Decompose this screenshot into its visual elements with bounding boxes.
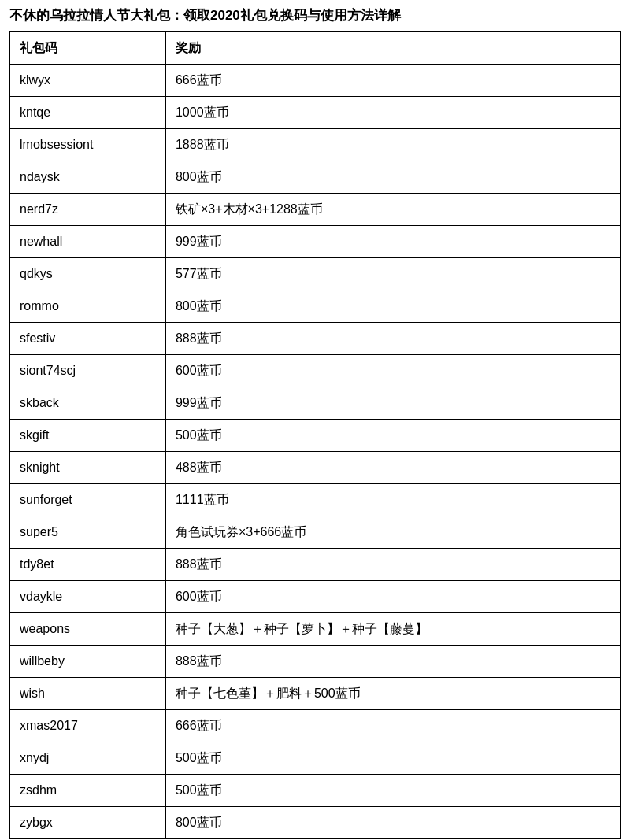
- code-cell: zsdhm: [10, 774, 166, 806]
- code-cell: qdkys: [10, 257, 166, 290]
- reward-cell: 888蓝币: [165, 322, 620, 354]
- code-cell: newhall: [10, 225, 166, 257]
- code-cell: skgift: [10, 419, 166, 451]
- table-row: qdkys577蓝币: [10, 257, 621, 290]
- table-row: lmobsessiont1888蓝币: [10, 128, 621, 161]
- table-row: weapons种子【大葱】＋种子【萝卜】＋种子【藤蔓】: [10, 612, 621, 645]
- reward-cell: 种子【七色堇】＋肥料＋500蓝币: [165, 677, 620, 709]
- table-row: wish种子【七色堇】＋肥料＋500蓝币: [10, 677, 621, 709]
- code-cell: xnydj: [10, 742, 166, 774]
- table-row: kntqe1000蓝币: [10, 96, 621, 128]
- table-row: willbeby888蓝币: [10, 645, 621, 677]
- code-cell: super5: [10, 516, 166, 548]
- table-header-row: 礼包码 奖励: [10, 31, 621, 64]
- code-cell: willbeby: [10, 645, 166, 677]
- reward-cell: 888蓝币: [165, 548, 620, 580]
- reward-cell: 1111蓝币: [165, 483, 620, 516]
- table-row: ndaysk800蓝币: [10, 161, 621, 193]
- code-cell: siont74scj: [10, 354, 166, 387]
- table-row: xnydj500蓝币: [10, 742, 621, 774]
- reward-cell: 999蓝币: [165, 225, 620, 257]
- reward-cell: 1888蓝币: [165, 128, 620, 161]
- reward-cell: 999蓝币: [165, 387, 620, 419]
- code-cell: rommo: [10, 290, 166, 322]
- code-cell: tdy8et: [10, 548, 166, 580]
- code-cell: sknight: [10, 451, 166, 483]
- reward-cell: 800蓝币: [165, 806, 620, 838]
- reward-cell: 600蓝币: [165, 354, 620, 387]
- gift-code-table: 礼包码 奖励 klwyx666蓝币kntqe1000蓝币lmobsessiont…: [9, 31, 621, 839]
- table-row: sfestiv888蓝币: [10, 322, 621, 354]
- col-header-reward: 奖励: [165, 31, 620, 64]
- page-title: 不休的乌拉拉情人节大礼包：领取2020礼包兑换码与使用方法详解: [0, 0, 630, 31]
- table-row: super5角色试玩券×3+666蓝币: [10, 516, 621, 548]
- reward-cell: 铁矿×3+木材×3+1288蓝币: [165, 193, 620, 225]
- table-row: siont74scj600蓝币: [10, 354, 621, 387]
- table-row: zsdhm500蓝币: [10, 774, 621, 806]
- gift-code-table-container: 礼包码 奖励 klwyx666蓝币kntqe1000蓝币lmobsessiont…: [0, 31, 630, 840]
- reward-cell: 577蓝币: [165, 257, 620, 290]
- table-row: vdaykle600蓝币: [10, 580, 621, 612]
- code-cell: sunforget: [10, 483, 166, 516]
- code-cell: sfestiv: [10, 322, 166, 354]
- code-cell: kntqe: [10, 96, 166, 128]
- code-cell: wish: [10, 677, 166, 709]
- reward-cell: 800蓝币: [165, 290, 620, 322]
- table-row: skback999蓝币: [10, 387, 621, 419]
- reward-cell: 600蓝币: [165, 580, 620, 612]
- reward-cell: 666蓝币: [165, 64, 620, 96]
- code-cell: vdaykle: [10, 580, 166, 612]
- table-row: tdy8et888蓝币: [10, 548, 621, 580]
- code-cell: ndaysk: [10, 161, 166, 193]
- code-cell: klwyx: [10, 64, 166, 96]
- table-row: zybgx800蓝币: [10, 806, 621, 838]
- col-header-code: 礼包码: [10, 31, 166, 64]
- reward-cell: 888蓝币: [165, 645, 620, 677]
- reward-cell: 500蓝币: [165, 774, 620, 806]
- table-row: skgift500蓝币: [10, 419, 621, 451]
- reward-cell: 500蓝币: [165, 742, 620, 774]
- table-row: xmas2017666蓝币: [10, 709, 621, 742]
- table-row: sunforget1111蓝币: [10, 483, 621, 516]
- code-cell: lmobsessiont: [10, 128, 166, 161]
- code-cell: xmas2017: [10, 709, 166, 742]
- reward-cell: 角色试玩券×3+666蓝币: [165, 516, 620, 548]
- reward-cell: 种子【大葱】＋种子【萝卜】＋种子【藤蔓】: [165, 612, 620, 645]
- reward-cell: 500蓝币: [165, 419, 620, 451]
- code-cell: weapons: [10, 612, 166, 645]
- table-row: newhall999蓝币: [10, 225, 621, 257]
- table-row: sknight488蓝币: [10, 451, 621, 483]
- code-cell: zybgx: [10, 806, 166, 838]
- table-row: rommo800蓝币: [10, 290, 621, 322]
- reward-cell: 800蓝币: [165, 161, 620, 193]
- table-row: nerd7z铁矿×3+木材×3+1288蓝币: [10, 193, 621, 225]
- code-cell: skback: [10, 387, 166, 419]
- reward-cell: 666蓝币: [165, 709, 620, 742]
- code-cell: nerd7z: [10, 193, 166, 225]
- table-row: klwyx666蓝币: [10, 64, 621, 96]
- reward-cell: 1000蓝币: [165, 96, 620, 128]
- reward-cell: 488蓝币: [165, 451, 620, 483]
